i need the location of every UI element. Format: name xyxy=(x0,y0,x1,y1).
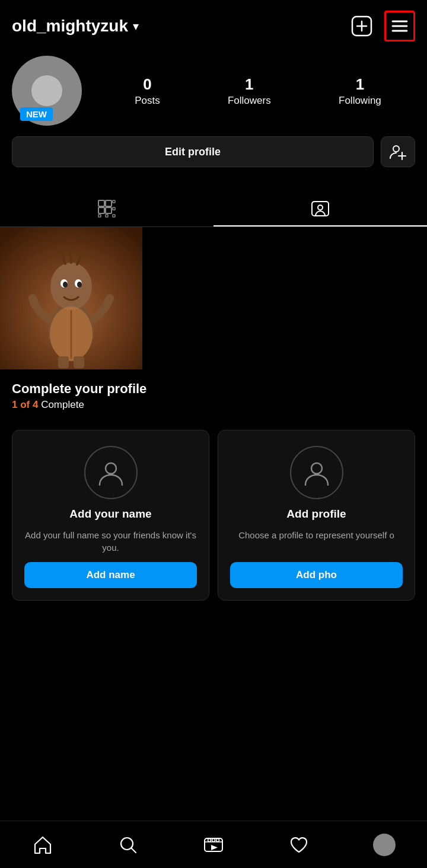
add-photo-button[interactable]: Add pho xyxy=(230,562,403,588)
header-left: old_mightyzuk ▾ xyxy=(12,17,139,36)
profile-nav-item[interactable] xyxy=(367,827,402,863)
svg-rect-9 xyxy=(98,200,104,206)
heart-icon xyxy=(289,835,309,855)
search-icon xyxy=(118,835,138,855)
new-badge[interactable]: NEW xyxy=(20,107,53,121)
add-profile-card: Add profile Choose a profile to represen… xyxy=(218,430,415,601)
svg-point-42 xyxy=(216,838,219,841)
tabs-row xyxy=(0,191,427,227)
profile-section: NEW 0 Posts 1 Followers 1 Following Edit… xyxy=(0,50,427,177)
progress-colored: 1 of 4 xyxy=(12,399,38,410)
header: old_mightyzuk ▾ xyxy=(0,0,427,50)
grid-tab[interactable] xyxy=(0,191,214,226)
home-nav-item[interactable] xyxy=(25,827,60,863)
content-area xyxy=(0,227,427,369)
add-post-button[interactable] xyxy=(346,11,377,42)
svg-point-36 xyxy=(311,463,322,474)
svg-point-19 xyxy=(318,205,323,210)
complete-profile-title: Complete your profile xyxy=(12,381,415,397)
svg-point-26 xyxy=(63,282,68,288)
avatar-container: NEW xyxy=(12,56,89,126)
followers-count: 1 xyxy=(245,75,253,94)
svg-point-6 xyxy=(393,146,399,152)
add-profile-desc: Choose a profile to represent yourself o xyxy=(238,529,394,541)
svg-point-35 xyxy=(106,463,116,474)
svg-rect-17 xyxy=(113,215,115,217)
profile-nav-avatar xyxy=(373,834,396,856)
reels-icon xyxy=(203,835,224,855)
tagged-image[interactable] xyxy=(0,227,142,369)
plus-square-icon xyxy=(351,15,372,37)
complete-profile-section: Complete your profile 1 of 4 Complete xyxy=(0,369,427,420)
username[interactable]: old_mightyzuk xyxy=(12,17,128,36)
svg-rect-12 xyxy=(106,208,111,213)
svg-rect-33 xyxy=(58,356,69,368)
menu-button[interactable] xyxy=(384,11,415,42)
progress-rest: Complete xyxy=(38,399,84,410)
add-name-button[interactable]: Add name xyxy=(24,562,197,588)
avatar-placeholder xyxy=(31,75,62,106)
posts-label: Posts xyxy=(135,95,160,107)
following-stat[interactable]: 1 Following xyxy=(339,75,381,107)
complete-profile-progress: 1 of 4 Complete xyxy=(12,399,415,411)
svg-point-27 xyxy=(77,282,82,288)
home-icon xyxy=(33,835,53,855)
add-person-icon xyxy=(389,143,407,161)
tagged-tab[interactable] xyxy=(214,191,427,226)
header-icons xyxy=(346,11,415,42)
add-name-icon-container xyxy=(84,446,138,499)
add-name-card: Add your name Add your full name so your… xyxy=(12,430,209,601)
svg-point-40 xyxy=(208,838,211,841)
reels-nav-item[interactable] xyxy=(196,827,231,863)
posts-stat[interactable]: 0 Posts xyxy=(135,75,160,107)
profile-row: NEW 0 Posts 1 Followers 1 Following xyxy=(12,56,415,126)
svg-marker-43 xyxy=(211,845,218,850)
bottom-nav xyxy=(0,821,427,868)
grid-icon xyxy=(97,199,116,218)
search-nav-item[interactable] xyxy=(110,827,146,863)
action-row: Edit profile xyxy=(12,136,415,167)
followers-label: Followers xyxy=(228,95,271,107)
following-count: 1 xyxy=(356,75,364,94)
svg-rect-16 xyxy=(106,215,108,217)
add-person-button[interactable] xyxy=(381,136,415,167)
svg-rect-14 xyxy=(113,208,115,210)
profile-person-icon xyxy=(302,458,332,487)
svg-line-38 xyxy=(131,848,136,853)
svg-rect-11 xyxy=(98,208,104,213)
posts-count: 0 xyxy=(143,75,151,94)
edit-profile-button[interactable]: Edit profile xyxy=(12,136,374,167)
add-profile-icon-container xyxy=(290,446,343,499)
person-icon xyxy=(96,458,126,487)
add-name-title: Add your name xyxy=(69,508,151,521)
svg-rect-10 xyxy=(106,200,111,206)
svg-point-23 xyxy=(50,263,92,310)
svg-rect-15 xyxy=(98,215,101,217)
add-profile-title: Add profile xyxy=(286,508,346,521)
add-name-desc: Add your full name so your friends know … xyxy=(24,529,197,554)
menu-icon xyxy=(389,15,410,37)
svg-rect-34 xyxy=(74,356,84,368)
followers-stat[interactable]: 1 Followers xyxy=(228,75,271,107)
following-label: Following xyxy=(339,95,381,107)
stats-row: 0 Posts 1 Followers 1 Following xyxy=(101,75,415,107)
cards-row: Add your name Add your full name so your… xyxy=(0,420,427,610)
tagged-icon xyxy=(311,199,330,218)
svg-rect-39 xyxy=(205,838,222,851)
activity-nav-item[interactable] xyxy=(281,827,317,863)
svg-rect-18 xyxy=(312,202,329,216)
svg-point-41 xyxy=(212,838,215,841)
svg-line-29 xyxy=(70,248,71,263)
tagged-image-svg xyxy=(0,227,142,369)
chevron-down-icon[interactable]: ▾ xyxy=(133,19,139,33)
svg-rect-13 xyxy=(113,200,115,203)
